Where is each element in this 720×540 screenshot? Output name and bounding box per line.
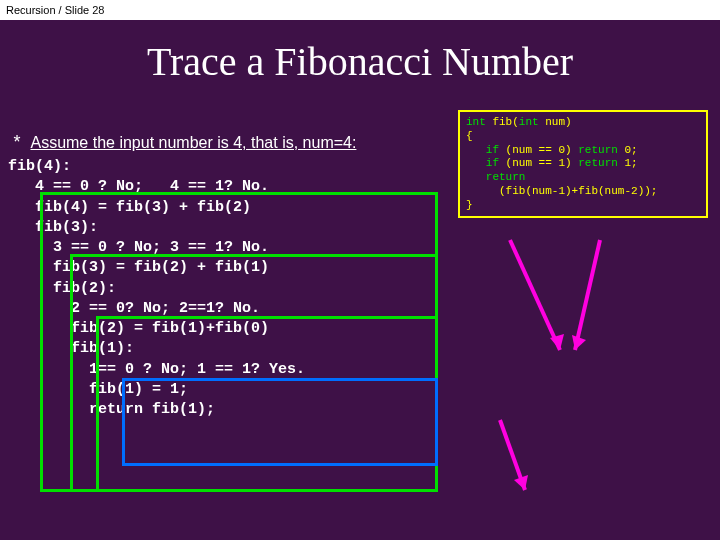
code-text: fib(: [486, 116, 519, 128]
kw-return: return: [578, 144, 618, 156]
code-text: (num == 0): [499, 144, 578, 156]
assume-text: Assume the input number is 4, that is, n…: [30, 134, 356, 151]
svg-line-2: [575, 240, 600, 350]
kw-if: if: [466, 144, 499, 156]
code-text: 0;: [618, 144, 638, 156]
bullet-marker: *: [8, 132, 26, 153]
arrow-diagram: [470, 230, 690, 510]
svg-line-0: [510, 240, 560, 350]
trace-line: fib(4):: [8, 158, 71, 175]
code-text: }: [466, 199, 473, 211]
frame-fib1: [122, 378, 438, 466]
code-text: num): [539, 116, 572, 128]
code-text: 1;: [618, 157, 638, 169]
slide-header: Recursion / Slide 28: [0, 0, 720, 20]
slide-title: Trace a Fibonacci Number: [0, 38, 720, 85]
assume-line: * Assume the input number is 4, that is,…: [8, 132, 356, 153]
kw-int: int: [466, 116, 486, 128]
code-snippet: int fib(int num) { if (num == 0) return …: [458, 110, 708, 218]
kw-if: if: [466, 157, 499, 169]
code-text: (fib(num-1)+fib(num-2));: [466, 185, 657, 197]
code-text: {: [466, 130, 473, 142]
kw-return: return: [466, 171, 525, 183]
code-text: (num == 1): [499, 157, 578, 169]
kw-return: return: [578, 157, 618, 169]
kw-int2: int: [519, 116, 539, 128]
